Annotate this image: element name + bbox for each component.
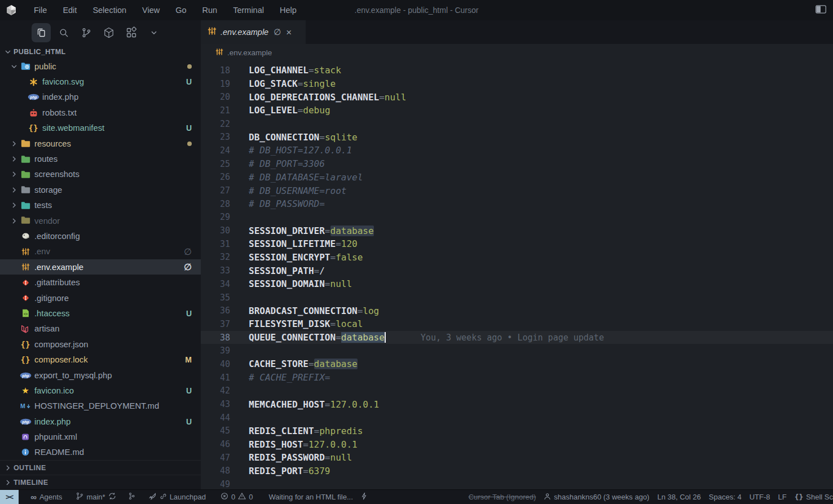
code-line-38[interactable]: 38QUEUE_CONNECTION=databaseYou, 3 weeks … xyxy=(201,331,833,344)
source-control-icon[interactable] xyxy=(77,23,96,42)
line-number[interactable]: 18 xyxy=(201,65,230,76)
explorer-icon[interactable] xyxy=(32,23,51,42)
code-line-21[interactable]: 21LOG_LEVEL=debug xyxy=(201,104,833,117)
line-number[interactable]: 44 xyxy=(201,413,230,423)
tree-item-resources[interactable]: resources xyxy=(0,136,201,151)
explorer-header[interactable]: PUBLIC_HTML xyxy=(0,45,201,59)
source-control-graph-item[interactable] xyxy=(124,490,139,504)
code-line-31[interactable]: 31SESSION_LIFETIME=120 xyxy=(201,237,833,251)
bolt-item[interactable] xyxy=(357,490,371,504)
tree-item-public[interactable]: public xyxy=(0,59,201,74)
line-number[interactable]: 27 xyxy=(201,185,230,196)
menu-edit[interactable]: Edit xyxy=(55,0,85,20)
timeline-section[interactable]: TIMELINE xyxy=(0,475,201,489)
menu-view[interactable]: View xyxy=(134,0,168,20)
line-number[interactable]: 20 xyxy=(201,92,230,102)
tree-item-index.php[interactable]: phpindex.phpU xyxy=(0,414,201,429)
line-number[interactable]: 39 xyxy=(201,346,230,356)
line-number[interactable]: 36 xyxy=(201,306,230,316)
tree-item-screenshots[interactable]: screenshots xyxy=(0,167,201,182)
tree-item-.env.example[interactable]: .env.example∅ xyxy=(0,259,201,275)
tree-item-favicon.svg[interactable]: favicon.svgU xyxy=(0,74,201,89)
code-line-18[interactable]: 18LOG_CHANNEL=stack xyxy=(201,64,833,77)
close-icon[interactable]: × xyxy=(286,28,292,37)
line-number[interactable]: 34 xyxy=(201,279,230,289)
tree-item-robots.txt[interactable]: robots.txt xyxy=(0,105,201,120)
tree-item-composer.json[interactable]: {}composer.json xyxy=(0,337,201,352)
eol-status[interactable]: LF xyxy=(774,490,790,504)
launchpad-item[interactable]: Launchpad xyxy=(145,490,210,504)
code-line-28[interactable]: 28# DB_PASSWORD= xyxy=(201,197,833,211)
remote-indicator[interactable]: >< xyxy=(0,490,19,504)
line-number[interactable]: 23 xyxy=(201,132,230,142)
extensions-icon[interactable] xyxy=(122,23,141,42)
line-number[interactable]: 21 xyxy=(201,105,230,116)
code-line-34[interactable]: 34SESSION_DOMAIN=null xyxy=(201,277,833,291)
tree-item-index.php[interactable]: phpindex.php xyxy=(0,90,201,105)
agents-item[interactable]: ∞ Agents xyxy=(27,490,66,504)
code-line-45[interactable]: 45REDIS_CLIENT=phpredis xyxy=(201,425,833,438)
code-line-41[interactable]: 41# CACHE_PREFIX= xyxy=(201,371,833,384)
line-number[interactable]: 42 xyxy=(201,386,230,396)
tree-item-.gitattributes[interactable]: .gitattributes xyxy=(0,275,201,290)
line-number[interactable]: 29 xyxy=(201,212,230,222)
code-line-19[interactable]: 19LOG_STACK=single xyxy=(201,77,833,91)
tree-item-storage[interactable]: storage xyxy=(0,182,201,197)
code-line-29[interactable]: 29 xyxy=(201,211,833,224)
tab-env-example[interactable]: .env.example ∅ × xyxy=(201,20,306,44)
cursor-position[interactable]: Ln 38, Col 26 xyxy=(653,490,704,504)
line-number[interactable]: 47 xyxy=(201,453,230,463)
line-number[interactable]: 48 xyxy=(201,466,230,476)
code-line-40[interactable]: 40CACHE_STORE=database xyxy=(201,357,833,371)
tree-item-artisan[interactable]: artisan xyxy=(0,321,201,337)
tree-item-tests[interactable]: tests xyxy=(0,198,201,213)
breadcrumb[interactable]: .env.example xyxy=(201,44,833,61)
code-line-33[interactable]: 33SESSION_PATH=/ xyxy=(201,264,833,277)
menu-go[interactable]: Go xyxy=(168,0,194,20)
line-number[interactable]: 30 xyxy=(201,226,230,236)
line-number[interactable]: 43 xyxy=(201,399,230,409)
line-number[interactable]: 33 xyxy=(201,266,230,276)
code-line-44[interactable]: 44 xyxy=(201,411,833,425)
code-line-49[interactable]: 49 xyxy=(201,478,833,489)
cursor-tab-status[interactable]: Cursor Tab (Ignored) xyxy=(465,490,540,504)
tree-item-vendor[interactable]: vendor xyxy=(0,213,201,228)
line-number[interactable]: 35 xyxy=(201,293,230,303)
tree-item-readme.md[interactable]: README.md xyxy=(0,445,201,460)
git-branch-item[interactable]: main* xyxy=(72,490,120,504)
line-number[interactable]: 49 xyxy=(201,479,230,489)
encoding-status[interactable]: UTF-8 xyxy=(746,490,774,504)
line-number[interactable]: 37 xyxy=(201,319,230,329)
chevron-down-icon[interactable] xyxy=(144,23,164,42)
tree-item-hostinger-deployment.md[interactable]: MHOSTINGER_DEPLOYMENT.md xyxy=(0,399,201,414)
code-line-47[interactable]: 47REDIS_PASSWORD=null xyxy=(201,451,833,465)
code-line-32[interactable]: 32SESSION_ENCRYPT=false xyxy=(201,251,833,264)
line-number[interactable]: 45 xyxy=(201,426,230,436)
line-number[interactable]: 38 xyxy=(201,333,230,343)
code-line-26[interactable]: 26# DB_DATABASE=laravel xyxy=(201,171,833,184)
line-number[interactable]: 41 xyxy=(201,373,230,383)
language-mode[interactable]: {} Shell Sc xyxy=(791,490,833,504)
search-icon[interactable] xyxy=(54,23,73,42)
menu-file[interactable]: File xyxy=(26,0,55,20)
line-number[interactable]: 28 xyxy=(201,199,230,209)
tree-item-export-to-mysql.php[interactable]: phpexport_to_mysql.php xyxy=(0,368,201,383)
code-line-30[interactable]: 30SESSION_DRIVER=database xyxy=(201,224,833,237)
line-number[interactable]: 26 xyxy=(201,172,230,182)
tree-item-.gitignore[interactable]: .gitignore xyxy=(0,290,201,306)
tree-item-site.webmanifest[interactable]: {}site.webmanifestU xyxy=(0,121,201,136)
blame-status[interactable]: shashankns60 (3 weeks ago) xyxy=(540,490,653,504)
tree-item-.env[interactable]: .env∅ xyxy=(0,244,201,259)
cube-icon[interactable] xyxy=(99,23,118,42)
line-number[interactable]: 24 xyxy=(201,145,230,156)
tree-item-phpunit.xml[interactable]: phpunit.xml xyxy=(0,429,201,444)
code-line-43[interactable]: 43MEMCACHED_HOST=127.0.0.1 xyxy=(201,397,833,411)
line-number[interactable]: 40 xyxy=(201,359,230,369)
tree-item-favicon.ico[interactable]: ★favicon.icoU xyxy=(0,383,201,398)
line-number[interactable]: 25 xyxy=(201,159,230,169)
layout-toggle-icon[interactable] xyxy=(816,5,826,16)
code-line-42[interactable]: 42 xyxy=(201,384,833,398)
code-line-36[interactable]: 36BROADCAST_CONNECTION=log xyxy=(201,304,833,317)
problems-item[interactable]: 0 0 xyxy=(217,490,257,504)
tree-item-composer.lock[interactable]: {}composer.lockM xyxy=(0,352,201,367)
